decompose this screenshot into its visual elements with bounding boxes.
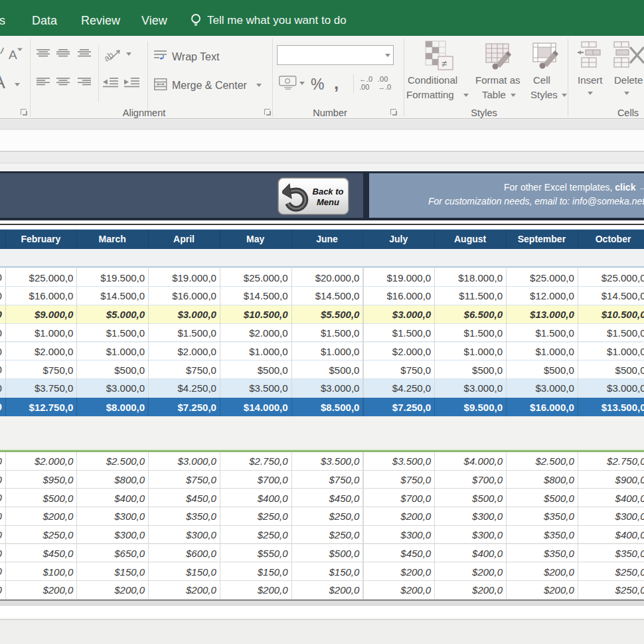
svg-text:≠: ≠ — [442, 58, 447, 69]
